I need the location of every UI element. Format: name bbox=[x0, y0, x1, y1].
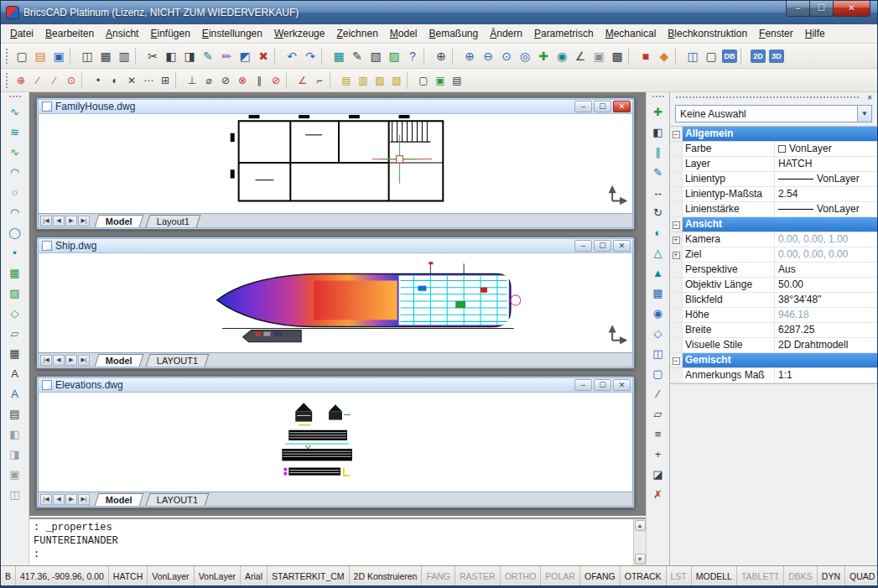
ucs-icon[interactable]: ∠ bbox=[571, 47, 590, 65]
separator[interactable] bbox=[628, 48, 634, 65]
block-insert-icon[interactable]: ◧ bbox=[5, 424, 25, 444]
section-allgemein[interactable]: − Allgemein bbox=[670, 127, 877, 142]
otrack-toggle[interactable]: OTRACK bbox=[621, 566, 667, 585]
copy-entity-icon[interactable]: ◧ bbox=[648, 122, 668, 142]
section-ansicht[interactable]: − Ansicht bbox=[670, 217, 877, 232]
menu-parametrisch[interactable]: Parametrisch bbox=[528, 25, 600, 42]
toolbar-grip[interactable] bbox=[652, 95, 665, 99]
menu-einstellungen[interactable]: Einstellungen bbox=[196, 25, 268, 42]
tab-first-button[interactable]: |◀ bbox=[40, 216, 52, 226]
new-file-icon[interactable]: ▢ bbox=[13, 47, 31, 65]
separator[interactable] bbox=[423, 48, 429, 65]
toolbar-grip[interactable] bbox=[5, 48, 9, 65]
print-preview-icon[interactable]: ◫ bbox=[78, 47, 96, 65]
tab-layout1[interactable]: LAYOUT1 bbox=[145, 493, 209, 506]
expander-icon[interactable]: + bbox=[673, 252, 680, 259]
annotate-icon[interactable]: ✎ bbox=[348, 47, 366, 65]
draworder-front-icon[interactable]: ▤ bbox=[338, 72, 355, 89]
minimize-button[interactable]: – bbox=[574, 240, 592, 252]
drawing-canvas-elevations[interactable] bbox=[38, 393, 633, 492]
coordinates-display[interactable]: 417.36, -909.96, 0.00 bbox=[16, 566, 109, 585]
boundary-icon[interactable]: ◇ bbox=[5, 303, 25, 323]
snap-insertion-icon[interactable]: ⊞ bbox=[157, 72, 174, 89]
property-value[interactable]: 38°34'48" bbox=[775, 293, 877, 307]
menu-aendern[interactable]: Ändern bbox=[484, 25, 528, 42]
panel-close-icon[interactable]: ✕ bbox=[865, 93, 875, 103]
selection-filter-dropdown[interactable]: Keine Auswahl ▼ bbox=[675, 105, 872, 122]
snap-quadrant-icon[interactable]: ◐ bbox=[107, 72, 123, 89]
tab-prev-button[interactable]: ◀ bbox=[53, 494, 65, 505]
menu-model[interactable]: Model bbox=[384, 25, 423, 42]
orbit-icon[interactable]: ◉ bbox=[553, 47, 571, 65]
model-toggle[interactable]: MODELL bbox=[692, 566, 737, 585]
redo-icon[interactable]: ↷ bbox=[301, 47, 320, 65]
expander-icon[interactable]: − bbox=[673, 131, 680, 138]
property-value[interactable]: 946.18 bbox=[775, 308, 877, 322]
polyline-icon[interactable]: ≋ bbox=[5, 122, 25, 142]
table-icon[interactable]: ▦ bbox=[330, 47, 348, 65]
grid-toggle[interactable]: RASTER bbox=[455, 566, 501, 585]
lineweight-toggle[interactable]: LST bbox=[667, 566, 692, 585]
current-linetype[interactable]: VonLayer bbox=[195, 566, 241, 585]
viewports-icon[interactable]: ◫ bbox=[648, 343, 668, 363]
expander-icon[interactable]: + bbox=[673, 237, 680, 244]
separator[interactable] bbox=[407, 72, 413, 89]
ellipse-icon[interactable]: ◯ bbox=[5, 222, 25, 242]
revision-cloud-icon[interactable]: ◠ bbox=[5, 162, 25, 182]
prop-layer[interactable]: Layer HATCH bbox=[670, 157, 877, 172]
document-window-ship[interactable]: Ship.dwg – ☐ ✕ bbox=[36, 237, 635, 369]
prop-hoehe[interactable]: Höhe 946.18 bbox=[670, 308, 877, 323]
snap-midpoint-icon[interactable]: ∕ bbox=[46, 72, 63, 89]
menu-datei[interactable]: Datei bbox=[4, 25, 39, 42]
snap-parallel-icon[interactable]: ∥ bbox=[251, 72, 268, 89]
maximize-button[interactable]: ☐ bbox=[809, 1, 834, 17]
dbks-toggle[interactable]: DBKS bbox=[784, 566, 818, 585]
zoom-realtime-icon[interactable]: ⊕ bbox=[432, 47, 450, 65]
cut-icon[interactable]: ✂ bbox=[143, 47, 162, 65]
menu-bemassung[interactable]: Bemaßung bbox=[423, 25, 485, 42]
separator[interactable] bbox=[740, 48, 746, 65]
prop-linientyp-massstab[interactable]: Linientyp-Maßsta 2.54 bbox=[670, 187, 877, 202]
sheet-set-icon[interactable]: ▢ bbox=[648, 363, 668, 383]
menu-zeichnen[interactable]: Zeichnen bbox=[330, 25, 383, 42]
edit-polyline-icon[interactable]: ∿ bbox=[5, 101, 25, 122]
dyn-toggle[interactable]: DYN bbox=[818, 566, 845, 585]
scroll-down-icon[interactable]: ▼ bbox=[635, 554, 646, 565]
separator[interactable] bbox=[175, 72, 181, 89]
polar-tracking-icon[interactable]: ∠ bbox=[294, 72, 311, 89]
property-value[interactable]: 2.54 bbox=[775, 187, 877, 201]
zoom-in-icon[interactable]: ⊕ bbox=[460, 47, 479, 65]
prop-linienstaerke[interactable]: Linienstärke VonLayer bbox=[670, 202, 877, 217]
ole-object-icon[interactable]: ◫ bbox=[5, 484, 25, 504]
scale-icon[interactable]: ◐ bbox=[648, 222, 668, 242]
property-value[interactable]: Aus bbox=[775, 263, 877, 277]
notes-icon[interactable]: ▨ bbox=[385, 47, 403, 65]
mdi-area[interactable]: FamilyHouse.dwg – ☐ ✕ bbox=[29, 92, 646, 516]
sheet-icon[interactable]: ▢ bbox=[702, 47, 720, 65]
zoom-extents-icon[interactable]: ◎ bbox=[516, 47, 534, 65]
titlebar[interactable]: BricsCAD Platinum (Lizenz, NICHT ZUM WIE… bbox=[1, 1, 877, 24]
prop-farbe[interactable]: Farbe VonLayer bbox=[670, 142, 877, 157]
match-props-icon[interactable]: ✎ bbox=[648, 162, 668, 182]
snap-tracking-icon[interactable]: ⌐ bbox=[311, 72, 328, 89]
snap-intersection-icon[interactable]: ✕ bbox=[123, 72, 140, 89]
mirror-icon[interactable]: △ bbox=[648, 242, 668, 263]
spline-icon[interactable]: ∿ bbox=[5, 142, 25, 162]
tab-last-button[interactable]: ▶| bbox=[78, 355, 90, 366]
mirror-3d-icon[interactable]: ▲ bbox=[648, 263, 668, 283]
view-2d-icon[interactable]: 2D bbox=[751, 49, 766, 63]
separator[interactable] bbox=[330, 72, 335, 89]
ortho-toggle[interactable]: ORTHO bbox=[501, 566, 542, 585]
menu-werkzeuge[interactable]: Werkzeuge bbox=[268, 25, 330, 42]
snap-toggle[interactable]: FANG bbox=[422, 566, 455, 585]
tab-layout1[interactable]: Layout1 bbox=[145, 215, 200, 227]
expander-icon[interactable]: − bbox=[673, 357, 680, 365]
snap-endpoint-icon[interactable]: ∕ bbox=[29, 72, 46, 89]
separator[interactable] bbox=[70, 48, 75, 65]
color-picker-icon[interactable]: ✏ bbox=[217, 47, 236, 65]
command-prompt[interactable]: : bbox=[34, 548, 629, 561]
tab-model[interactable]: Model bbox=[95, 493, 144, 506]
tab-prev-button[interactable]: ◀ bbox=[53, 216, 65, 226]
move-icon[interactable]: ✚ bbox=[648, 101, 668, 122]
menu-hilfe[interactable]: Hilfe bbox=[799, 25, 831, 42]
